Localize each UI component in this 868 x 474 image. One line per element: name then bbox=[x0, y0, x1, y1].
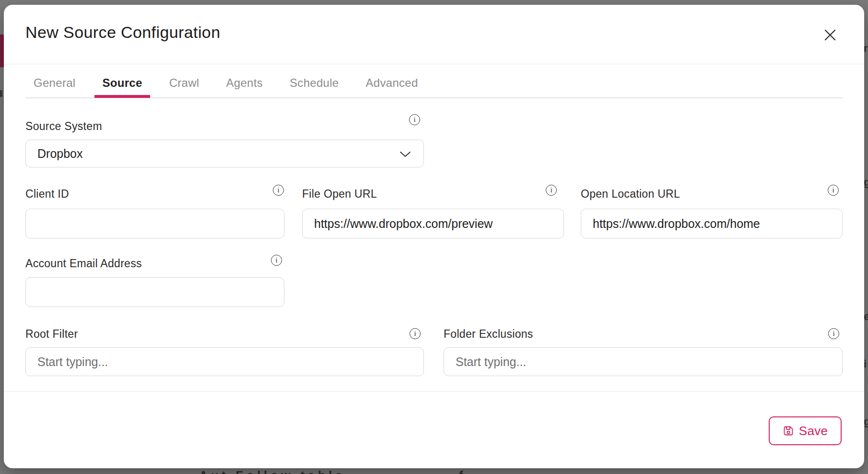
info-icon[interactable]: i bbox=[828, 328, 839, 339]
save-button-label: Save bbox=[799, 424, 828, 438]
open-location-url-input[interactable] bbox=[581, 209, 843, 238]
open-location-url-label: Open Location URL bbox=[581, 188, 680, 201]
chevron-down-icon bbox=[399, 151, 411, 157]
client-id-input[interactable] bbox=[25, 209, 284, 238]
info-glyph: i bbox=[277, 187, 279, 194]
close-button[interactable] bbox=[821, 25, 840, 45]
save-floppy-icon bbox=[783, 425, 794, 437]
info-glyph: i bbox=[275, 257, 277, 264]
account-email-label: Account Email Address bbox=[25, 257, 142, 270]
background-text-fragment: g bbox=[864, 415, 868, 428]
root-filter-input[interactable] bbox=[25, 347, 424, 376]
header-divider bbox=[4, 64, 864, 64]
dialog-title: New Source Configuration bbox=[25, 23, 220, 42]
background-text-fragment: f bbox=[459, 469, 466, 474]
background-dark-fragment bbox=[0, 90, 2, 97]
info-glyph: i bbox=[414, 330, 416, 337]
account-email-input[interactable] bbox=[25, 277, 284, 307]
info-icon[interactable]: i bbox=[410, 328, 421, 339]
file-open-url-label: File Open URL bbox=[302, 188, 377, 201]
folder-exclusions-input[interactable] bbox=[444, 347, 843, 376]
tab-agents[interactable]: Agents bbox=[225, 76, 264, 90]
source-system-label: Source System bbox=[25, 120, 102, 133]
new-source-configuration-dialog: New Source Configuration General Source … bbox=[4, 5, 864, 468]
footer-divider bbox=[4, 391, 864, 391]
tab-general[interactable]: General bbox=[33, 76, 76, 90]
info-icon[interactable]: i bbox=[546, 185, 557, 196]
info-icon[interactable]: i bbox=[271, 255, 282, 266]
folder-exclusions-label: Folder Exclusions bbox=[444, 328, 533, 341]
file-open-url-input[interactable] bbox=[302, 209, 564, 238]
source-system-select[interactable]: Dropbox bbox=[25, 140, 424, 167]
source-system-value: Dropbox bbox=[37, 147, 83, 161]
info-glyph: i bbox=[833, 330, 834, 337]
tab-bar: General Source Crawl Agents Schedule Adv… bbox=[33, 76, 419, 90]
background-text-fragment: r bbox=[864, 42, 868, 55]
info-glyph: i bbox=[550, 187, 552, 194]
screen-overlay: r g e i g Aut Follow table f New Source … bbox=[0, 0, 868, 474]
close-icon bbox=[822, 27, 838, 43]
root-filter-label: Root Filter bbox=[25, 328, 78, 341]
info-glyph: i bbox=[832, 187, 834, 194]
info-glyph: i bbox=[413, 116, 415, 123]
client-id-label: Client ID bbox=[25, 188, 69, 201]
tab-source[interactable]: Source bbox=[101, 76, 143, 90]
info-icon[interactable]: i bbox=[828, 185, 839, 196]
background-text-fragment: g bbox=[864, 176, 868, 189]
background-text-fragment: e bbox=[864, 310, 868, 323]
tab-advanced[interactable]: Advanced bbox=[365, 76, 419, 90]
tab-schedule[interactable]: Schedule bbox=[289, 76, 340, 90]
background-maroon-fragment bbox=[0, 35, 4, 67]
save-button[interactable]: Save bbox=[769, 416, 842, 445]
info-icon[interactable]: i bbox=[273, 185, 284, 196]
tab-crawl[interactable]: Crawl bbox=[168, 76, 200, 90]
background-text-fragment: Aut Follow table bbox=[199, 469, 345, 474]
info-icon[interactable]: i bbox=[409, 114, 420, 125]
